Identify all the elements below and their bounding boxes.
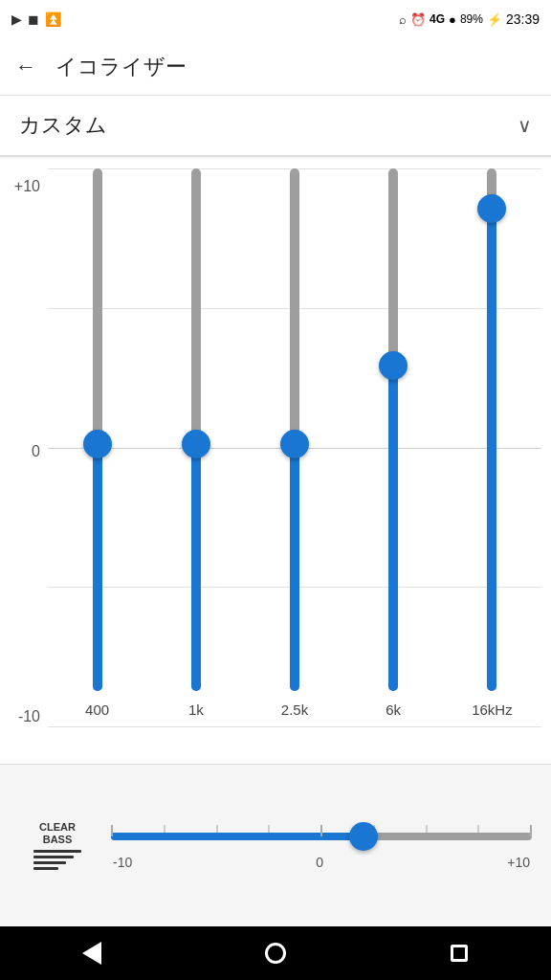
- clear-text: CLEAR: [39, 821, 76, 833]
- preset-label: カスタム: [19, 111, 107, 140]
- thumb-400[interactable]: [83, 430, 112, 458]
- clock: 23:39: [506, 11, 540, 27]
- scale-min: -10: [113, 855, 132, 870]
- freq-label-400: 400: [85, 691, 109, 727]
- eq-sliders-area: 400 1k: [48, 168, 541, 764]
- sliders-row: 400 1k: [48, 168, 541, 764]
- bottom-panel: CLEAR BASS: [0, 764, 551, 926]
- h-track-fill: [111, 833, 364, 840]
- preset-selector[interactable]: カスタム ∨: [0, 96, 551, 157]
- scale-max: +10: [507, 855, 530, 870]
- bass-text: BASS: [43, 834, 73, 845]
- slider-400[interactable]: [48, 168, 146, 691]
- freq-label-16k: 16kHz: [472, 691, 513, 727]
- nav-home-button[interactable]: [247, 934, 304, 972]
- alarm-icon: ⏰: [410, 12, 426, 27]
- status-icons: ▶ ◼ ⏫: [11, 11, 61, 27]
- slider-col-6k: 6k: [344, 168, 443, 727]
- back-nav-icon: [82, 942, 101, 965]
- freq-label-1k: 1k: [188, 691, 204, 727]
- bass-line-2: [33, 856, 74, 858]
- bass-line-4: [33, 867, 58, 870]
- clear-bass-label: CLEAR BASS: [39, 821, 76, 846]
- h-mark-8: [477, 825, 479, 833]
- bass-slider-container: -10 0 +10: [111, 822, 532, 870]
- slider-6k[interactable]: [344, 168, 443, 691]
- main-content: カスタム ∨ +10 0 -10: [0, 96, 551, 926]
- eq-y-max: +10: [10, 178, 48, 195]
- nav-recent-button[interactable]: [430, 934, 488, 972]
- eq-y-labels: +10 0 -10: [10, 168, 48, 764]
- h-mark-3: [216, 825, 218, 833]
- track-fill-2k5: [290, 430, 299, 691]
- app-icon-2: ◼: [28, 11, 39, 27]
- status-right: ⌕ ⏰ 4G ● 89% ⚡ 23:39: [399, 11, 540, 27]
- signal-text: 4G: [430, 12, 445, 26]
- h-thumb[interactable]: [349, 822, 378, 851]
- nav-bar: [0, 926, 551, 980]
- thumb-1k[interactable]: [182, 430, 210, 458]
- battery-icon: ⚡: [487, 12, 502, 27]
- bass-lines-icon: [33, 850, 81, 870]
- slider-col-400: 400: [48, 168, 146, 727]
- track-fill-6k: [388, 351, 398, 691]
- eq-y-min: -10: [10, 708, 48, 725]
- thumb-2k5[interactable]: [280, 430, 309, 458]
- track-fill-1k: [191, 430, 201, 691]
- slider-col-1k: 1k: [146, 168, 245, 727]
- track-fill-16k: [487, 194, 496, 691]
- battery-text: 89%: [460, 12, 483, 26]
- recent-nav-icon: [451, 945, 468, 962]
- slider-16k[interactable]: [443, 168, 541, 691]
- h-mark-2: [164, 825, 165, 833]
- freq-label-6k: 6k: [386, 691, 401, 727]
- clear-bass-logo: CLEAR BASS: [19, 821, 96, 870]
- scale-zero: 0: [316, 855, 323, 870]
- bass-line-1: [33, 850, 81, 853]
- track-fill-400: [93, 430, 102, 691]
- h-mark-4: [268, 825, 270, 833]
- h-track-bg: [111, 833, 532, 840]
- status-bar: ▶ ◼ ⏫ ⌕ ⏰ 4G ● 89% ⚡ 23:39: [0, 0, 551, 38]
- eq-chart: +10 0 -10: [10, 168, 541, 764]
- thumb-6k[interactable]: [379, 351, 408, 380]
- app-icon-1: ▶: [11, 11, 22, 27]
- thumb-16k[interactable]: [477, 194, 506, 223]
- page-title: イコライザー: [55, 53, 187, 81]
- eq-section: +10 0 -10: [0, 159, 551, 764]
- h-scale: -10 0 +10: [111, 855, 532, 870]
- bass-line-3: [33, 861, 66, 864]
- freq-label-2k5: 2.5k: [281, 691, 308, 727]
- home-nav-icon: [265, 943, 286, 964]
- app-bar: ← イコライザー: [0, 38, 551, 96]
- chevron-down-icon: ∨: [518, 114, 532, 137]
- slider-col-2k5: 2.5k: [245, 168, 343, 727]
- signal-bars-icon: ●: [449, 12, 456, 27]
- h-mark-7: [426, 825, 428, 833]
- nav-back-button[interactable]: [63, 934, 121, 972]
- back-button[interactable]: ←: [15, 55, 36, 79]
- bass-row: CLEAR BASS: [19, 776, 532, 915]
- slider-col-16k: 16kHz: [443, 168, 541, 727]
- location-icon: ⌕: [399, 12, 407, 27]
- bass-slider[interactable]: [111, 822, 532, 851]
- slider-2k5[interactable]: [245, 168, 343, 691]
- app-icon-3: ⏫: [45, 11, 61, 27]
- eq-y-mid: 0: [10, 443, 48, 460]
- slider-1k[interactable]: [146, 168, 245, 691]
